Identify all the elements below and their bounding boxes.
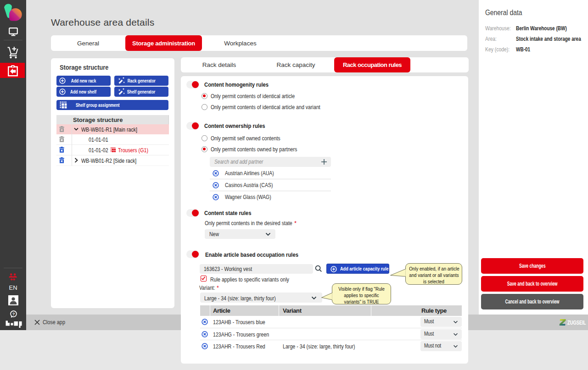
svg-text:?: ?	[12, 312, 15, 316]
